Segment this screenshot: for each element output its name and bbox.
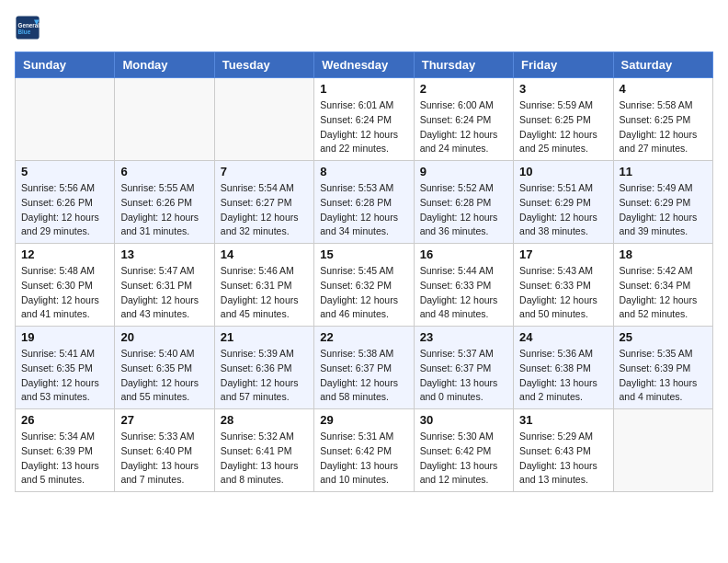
calendar-week-row: 19Sunrise: 5:41 AMSunset: 6:35 PMDayligh… — [16, 327, 713, 409]
day-number: 8 — [320, 165, 407, 178]
day-info: Sunrise: 5:37 AMSunset: 6:37 PMDaylight:… — [420, 347, 507, 405]
day-info: Sunrise: 5:55 AMSunset: 6:26 PMDaylight:… — [120, 181, 208, 239]
calendar-week-row: 12Sunrise: 5:48 AMSunset: 6:30 PMDayligh… — [16, 244, 713, 327]
day-number: 31 — [519, 413, 607, 427]
weekday-header: Saturday — [613, 52, 712, 78]
weekday-header-row: SundayMondayTuesdayWednesdayThursdayFrid… — [16, 52, 713, 78]
weekday-header: Thursday — [414, 52, 513, 78]
day-number: 18 — [620, 247, 707, 261]
calendar-day-cell: 3Sunrise: 5:59 AMSunset: 6:25 PMDaylight… — [514, 78, 613, 161]
day-number: 22 — [320, 330, 407, 344]
day-info: Sunrise: 5:39 AMSunset: 6:36 PMDaylight:… — [221, 347, 308, 405]
day-info: Sunrise: 5:30 AMSunset: 6:42 PMDaylight:… — [420, 430, 507, 488]
day-number: 10 — [519, 165, 607, 178]
calendar-day-cell — [16, 78, 115, 161]
weekday-header: Monday — [115, 52, 214, 78]
day-info: Sunrise: 5:52 AMSunset: 6:28 PMDaylight:… — [420, 181, 507, 239]
day-info: Sunrise: 5:46 AMSunset: 6:31 PMDaylight:… — [221, 264, 308, 322]
day-info: Sunrise: 5:47 AMSunset: 6:31 PMDaylight:… — [120, 264, 208, 322]
calendar-day-cell: 20Sunrise: 5:40 AMSunset: 6:35 PMDayligh… — [115, 327, 214, 409]
day-info: Sunrise: 5:29 AMSunset: 6:43 PMDaylight:… — [519, 430, 607, 488]
calendar-day-cell: 31Sunrise: 5:29 AMSunset: 6:43 PMDayligh… — [514, 409, 613, 492]
weekday-header: Friday — [514, 52, 613, 78]
day-number: 14 — [221, 247, 308, 261]
weekday-header: Tuesday — [214, 52, 313, 78]
day-number: 7 — [221, 165, 308, 178]
calendar-table: SundayMondayTuesdayWednesdayThursdayFrid… — [15, 52, 713, 492]
day-number: 20 — [120, 330, 208, 344]
calendar-day-cell: 29Sunrise: 5:31 AMSunset: 6:42 PMDayligh… — [314, 409, 414, 492]
calendar-day-cell: 22Sunrise: 5:38 AMSunset: 6:37 PMDayligh… — [314, 327, 414, 409]
day-info: Sunrise: 5:42 AMSunset: 6:34 PMDaylight:… — [620, 264, 707, 322]
day-info: Sunrise: 6:00 AMSunset: 6:24 PMDaylight:… — [420, 98, 507, 156]
calendar-day-cell: 28Sunrise: 5:32 AMSunset: 6:41 PMDayligh… — [214, 409, 313, 492]
day-number: 15 — [320, 247, 407, 261]
day-info: Sunrise: 5:34 AMSunset: 6:39 PMDaylight:… — [21, 430, 108, 488]
day-info: Sunrise: 5:43 AMSunset: 6:33 PMDaylight:… — [519, 264, 607, 322]
day-info: Sunrise: 5:41 AMSunset: 6:35 PMDaylight:… — [21, 347, 108, 405]
calendar-day-cell: 2Sunrise: 6:00 AMSunset: 6:24 PMDaylight… — [414, 78, 513, 161]
day-number: 27 — [120, 413, 208, 427]
calendar-day-cell: 8Sunrise: 5:53 AMSunset: 6:28 PMDaylight… — [314, 161, 414, 244]
page-header: General Blue — [15, 15, 713, 40]
calendar-day-cell: 27Sunrise: 5:33 AMSunset: 6:40 PMDayligh… — [115, 409, 214, 492]
calendar-day-cell — [214, 78, 313, 161]
day-number: 24 — [519, 330, 607, 344]
day-number: 23 — [420, 330, 507, 344]
calendar-week-row: 1Sunrise: 6:01 AMSunset: 6:24 PMDaylight… — [16, 78, 713, 161]
calendar-day-cell: 13Sunrise: 5:47 AMSunset: 6:31 PMDayligh… — [115, 244, 214, 327]
day-number: 21 — [221, 330, 308, 344]
day-info: Sunrise: 5:54 AMSunset: 6:27 PMDaylight:… — [221, 181, 308, 239]
day-info: Sunrise: 5:53 AMSunset: 6:28 PMDaylight:… — [320, 181, 407, 239]
day-info: Sunrise: 5:44 AMSunset: 6:33 PMDaylight:… — [420, 264, 507, 322]
calendar-day-cell: 1Sunrise: 6:01 AMSunset: 6:24 PMDaylight… — [314, 78, 414, 161]
calendar-day-cell — [115, 78, 214, 161]
weekday-header: Wednesday — [314, 52, 414, 78]
day-info: Sunrise: 5:31 AMSunset: 6:42 PMDaylight:… — [320, 430, 407, 488]
day-info: Sunrise: 6:01 AMSunset: 6:24 PMDaylight:… — [320, 98, 407, 156]
day-number: 16 — [420, 247, 507, 261]
day-number: 2 — [420, 82, 507, 96]
day-number: 13 — [120, 247, 208, 261]
calendar-day-cell: 30Sunrise: 5:30 AMSunset: 6:42 PMDayligh… — [414, 409, 513, 492]
calendar-day-cell: 17Sunrise: 5:43 AMSunset: 6:33 PMDayligh… — [514, 244, 613, 327]
day-info: Sunrise: 5:35 AMSunset: 6:39 PMDaylight:… — [620, 347, 707, 405]
day-info: Sunrise: 5:51 AMSunset: 6:29 PMDaylight:… — [519, 181, 607, 239]
logo-icon: General Blue — [15, 15, 40, 40]
svg-text:Blue: Blue — [18, 29, 31, 35]
calendar-day-cell: 11Sunrise: 5:49 AMSunset: 6:29 PMDayligh… — [613, 161, 712, 244]
calendar-day-cell: 9Sunrise: 5:52 AMSunset: 6:28 PMDaylight… — [414, 161, 513, 244]
day-number: 5 — [21, 165, 108, 178]
calendar-day-cell: 26Sunrise: 5:34 AMSunset: 6:39 PMDayligh… — [16, 409, 115, 492]
calendar-day-cell — [613, 409, 712, 492]
day-number: 26 — [21, 413, 108, 427]
calendar-day-cell: 12Sunrise: 5:48 AMSunset: 6:30 PMDayligh… — [16, 244, 115, 327]
day-number: 4 — [620, 82, 707, 96]
calendar-day-cell: 16Sunrise: 5:44 AMSunset: 6:33 PMDayligh… — [414, 244, 513, 327]
day-info: Sunrise: 5:56 AMSunset: 6:26 PMDaylight:… — [21, 181, 108, 239]
day-number: 9 — [420, 165, 507, 178]
day-number: 1 — [320, 82, 407, 96]
weekday-header: Sunday — [16, 52, 115, 78]
day-number: 11 — [620, 165, 707, 178]
day-info: Sunrise: 5:48 AMSunset: 6:30 PMDaylight:… — [21, 264, 108, 322]
calendar-day-cell: 7Sunrise: 5:54 AMSunset: 6:27 PMDaylight… — [214, 161, 313, 244]
day-info: Sunrise: 5:59 AMSunset: 6:25 PMDaylight:… — [519, 98, 607, 156]
calendar-day-cell: 25Sunrise: 5:35 AMSunset: 6:39 PMDayligh… — [613, 327, 712, 409]
day-number: 17 — [519, 247, 607, 261]
calendar-day-cell: 10Sunrise: 5:51 AMSunset: 6:29 PMDayligh… — [514, 161, 613, 244]
calendar-day-cell: 21Sunrise: 5:39 AMSunset: 6:36 PMDayligh… — [214, 327, 313, 409]
day-info: Sunrise: 5:58 AMSunset: 6:25 PMDaylight:… — [620, 98, 707, 156]
day-info: Sunrise: 5:49 AMSunset: 6:29 PMDaylight:… — [620, 181, 707, 239]
day-info: Sunrise: 5:40 AMSunset: 6:35 PMDaylight:… — [120, 347, 208, 405]
calendar-day-cell: 24Sunrise: 5:36 AMSunset: 6:38 PMDayligh… — [514, 327, 613, 409]
day-number: 12 — [21, 247, 108, 261]
day-info: Sunrise: 5:33 AMSunset: 6:40 PMDaylight:… — [120, 430, 208, 488]
calendar-day-cell: 23Sunrise: 5:37 AMSunset: 6:37 PMDayligh… — [414, 327, 513, 409]
day-info: Sunrise: 5:36 AMSunset: 6:38 PMDaylight:… — [519, 347, 607, 405]
day-number: 29 — [320, 413, 407, 427]
day-number: 25 — [620, 330, 707, 344]
day-number: 3 — [519, 82, 607, 96]
calendar-day-cell: 5Sunrise: 5:56 AMSunset: 6:26 PMDaylight… — [16, 161, 115, 244]
day-number: 19 — [21, 330, 108, 344]
